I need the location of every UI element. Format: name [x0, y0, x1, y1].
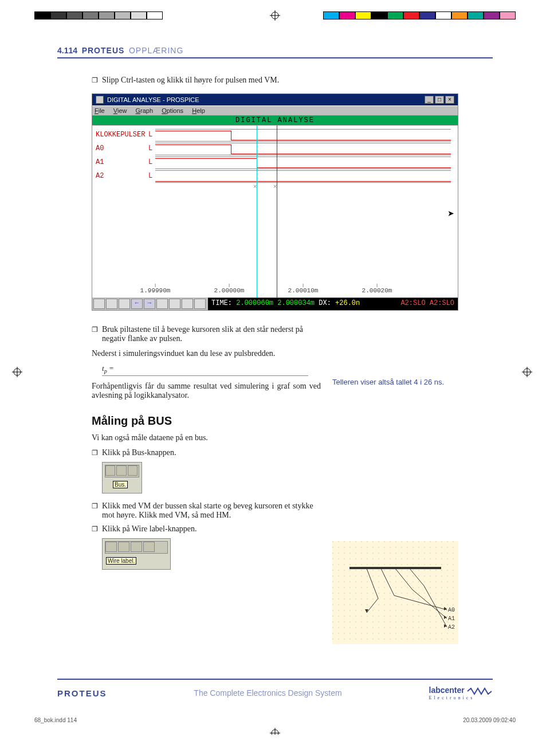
menu-help[interactable]: Help [192, 107, 205, 114]
bus-tool-tooltip: Bus. [113, 481, 128, 488]
chart-x-axis: 1.99990m 2.00000m 2.00010m 2.00020m [155, 287, 451, 297]
bullet-item: Klikk med VM der bussen skal starte og b… [92, 502, 321, 520]
bullet-text: Bruk piltastene til å bevege kursoren sl… [102, 325, 303, 343]
print-file: 68_bok.indd 114 [34, 717, 77, 723]
cursor-1[interactable] [257, 126, 257, 297]
footer-tagline: The Complete Electronics Design System [194, 688, 341, 698]
tp-fillin-line: tp = [102, 364, 308, 376]
menu-options[interactable]: Options [162, 107, 183, 114]
menu-view[interactable]: View [113, 107, 127, 114]
bus-tool-thumbnail: Bus. [102, 462, 142, 493]
paragraph: Vi kan også måle dataene på en bus. [92, 433, 321, 442]
cursor-2[interactable] [277, 126, 277, 297]
schematic-label: A0 [448, 607, 455, 613]
page-number: 4.114 [57, 46, 77, 55]
labcenter-logo: labcenter [429, 686, 465, 695]
signal-level: L [148, 158, 152, 166]
section-heading: Måling på BUS [92, 414, 321, 428]
bullet-item: Klikk på Bus-knappen. [92, 448, 321, 457]
window-maximize-button[interactable]: □ [435, 96, 444, 104]
toolbar-zoom-fit-icon[interactable] [182, 299, 193, 309]
svg-marker-15 [444, 616, 447, 619]
registration-mark-bottom [270, 728, 280, 735]
chart-title: DIGITAL ANALYSE [92, 116, 458, 126]
print-footer: 68_bok.indd 114 20.03.2009 09:02:40 [34, 717, 516, 723]
toolbar-button[interactable] [106, 299, 117, 309]
footer-brand: PROTEUS [57, 688, 107, 698]
signal-level: L [148, 144, 152, 152]
signal-level: L [148, 172, 152, 180]
signal-label: A2 [96, 172, 104, 180]
status-time-label: TIME: [211, 299, 232, 307]
window-menubar: File View Graph Options Help [92, 105, 458, 116]
trace-row [155, 143, 451, 155]
status-right: A2:SLO A2:SLO [400, 299, 454, 309]
bullet-item: Slipp Ctrl-tasten og klikk til høyre for… [92, 76, 458, 85]
teller-note: Telleren viser altså tallet 4 i 26 ns. [332, 378, 458, 386]
cursor-mark-icon: × [253, 183, 257, 190]
status-dx-label: DX: [319, 299, 331, 307]
toolbar-button[interactable] [119, 299, 130, 309]
window-close-button[interactable]: × [445, 96, 454, 104]
registration-mark-top [270, 10, 280, 21]
wirelabel-tool-thumbnail: Wire label. [102, 538, 171, 570]
trace-row [155, 156, 451, 169]
schematic-fragment: A0 A1 A2 [332, 541, 458, 644]
cursor-mark-icon: × [273, 183, 277, 190]
menu-graph[interactable]: Graph [136, 107, 154, 114]
prospice-window: DIGITAL ANALYSE - PROSPICE _ □ × File Vi… [92, 93, 458, 311]
bullet-text: Klikk med VM der bussen skal starte og b… [102, 502, 313, 519]
window-toolbar: ← → [92, 297, 208, 310]
status-t2: 2.000034m [277, 299, 315, 307]
print-reg-bar-right [323, 11, 516, 19]
registration-mark-right [522, 367, 532, 377]
window-app-icon [96, 96, 104, 104]
page-header: 4.114 PROTEUS OPPLÆRING [57, 46, 493, 58]
toolbar-arrow-right-icon[interactable]: → [144, 299, 155, 309]
paragraph: Nederst i simuleringsvinduet kan du lese… [92, 349, 321, 358]
toolbar-zoom-out-icon[interactable] [169, 299, 180, 309]
wirelabel-tool-tooltip: Wire label. [106, 557, 136, 565]
toolbar-zoom-in-icon[interactable] [156, 299, 168, 309]
schematic-label: A1 [448, 616, 455, 622]
trace-row [155, 170, 451, 183]
labcenter-sub: E l e c t r o n i c s [429, 695, 493, 700]
signal-label: A1 [96, 158, 104, 166]
status-t1: 2.000060m [236, 299, 273, 307]
header-brand: PROTEUS [82, 46, 125, 55]
toolbar-button[interactable] [93, 299, 105, 309]
signal-label: A0 [96, 144, 104, 152]
page-footer: PROTEUS The Complete Electronics Design … [57, 679, 493, 700]
header-section: OPPLÆRING [129, 46, 183, 55]
paragraph: Forhåpentligvis får du samme resultat ve… [92, 382, 321, 400]
toolbar-zoom-area-icon[interactable] [194, 299, 206, 309]
print-reg-bar-left [34, 11, 163, 19]
registration-mark-left [12, 367, 22, 377]
menu-file[interactable]: File [95, 107, 105, 114]
bullet-item: Klikk på Wire label-knappen. [92, 524, 321, 534]
signal-label: KLOKKEPULSER [96, 131, 145, 139]
signal-level: L [148, 131, 152, 139]
status-dx: +26.0n [335, 299, 360, 307]
x-tick: 2.00020m [362, 287, 392, 294]
bullet-text: Klikk på Bus-knappen. [102, 448, 176, 457]
chart-area[interactable]: KLOKKEPULSER L A0 L A1 L A2 L × [92, 126, 458, 297]
x-tick: 2.00000m [214, 287, 245, 294]
schematic-label: A2 [448, 624, 455, 630]
window-titlebar: DIGITAL ANALYSE - PROSPICE _ □ × [92, 94, 458, 105]
window-minimize-button[interactable]: _ [425, 96, 434, 104]
x-tick: 2.00010m [288, 287, 319, 294]
print-date: 20.03.2009 09:02:40 [463, 717, 516, 723]
bullet-text: Klikk på Wire label-knappen. [102, 524, 197, 533]
toolbar-arrow-left-icon[interactable]: ← [131, 299, 143, 309]
bullet-text: Slipp Ctrl-tasten og klikk til høyre for… [102, 76, 279, 84]
trace-row [155, 129, 451, 142]
window-title-text: DIGITAL ANALYSE - PROSPICE [107, 96, 199, 103]
bullet-item: Bruk piltastene til å bevege kursoren sl… [92, 325, 321, 343]
window-statusbar: TIME: 2.000060m 2.000034m DX: +26.0n A2:… [208, 297, 458, 310]
mouse-cursor-icon: ➤ [447, 209, 454, 218]
x-tick: 1.99990m [140, 287, 171, 294]
